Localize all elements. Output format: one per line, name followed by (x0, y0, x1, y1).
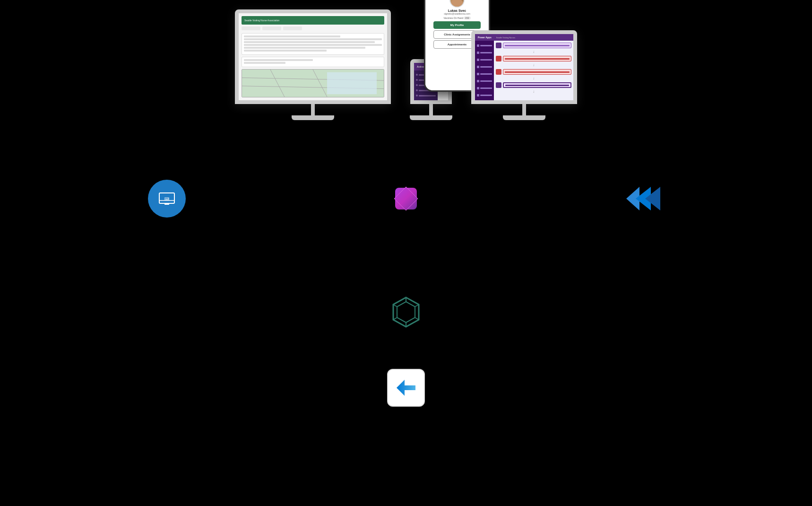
code-symbol: ⌨ (164, 194, 170, 204)
chatbots-nav-icon (477, 87, 479, 89)
left-text-4 (244, 47, 365, 49)
right-monitor-stand (503, 104, 545, 120)
flow-arrow-1: ↓ (533, 50, 535, 54)
flow-box-4[interactable] (503, 82, 571, 88)
code-icon-item: ⌨ (148, 180, 186, 218)
right-stand-base (503, 115, 545, 120)
left-text-3 (244, 44, 382, 46)
my-profile-button[interactable]: My Profile (433, 21, 481, 29)
user-name: Lukas Svec (448, 9, 466, 12)
left-nav-bar (242, 26, 384, 30)
flow-text-1 (505, 45, 570, 46)
data-nav-icon (477, 73, 479, 75)
monitor-right: Power Apps Seattle Visiting Nurses (471, 30, 577, 120)
left-text-2 (244, 41, 375, 43)
powerapps-subtitle: Seattle Visiting Nurses (496, 36, 515, 39)
left-map (242, 69, 384, 97)
left-org-name: Seattle Visiting Nurse Association (244, 19, 279, 22)
dataverse-icon-item (387, 293, 425, 331)
user-email: signetic@seattlevna.com (444, 12, 470, 15)
left-text-6 (244, 59, 313, 61)
svg-marker-26 (397, 380, 415, 396)
monitor-left: Seattle Visiting Nurse Association (235, 9, 391, 120)
tech-icons-row2 (0, 293, 812, 331)
flow-item-3 (496, 69, 571, 75)
pa-nav-ai-builder[interactable] (476, 92, 493, 98)
pa-nav-create[interactable] (476, 63, 493, 70)
svg-rect-5 (327, 72, 377, 94)
create-nav-icon (477, 66, 479, 68)
svg-marker-19 (397, 302, 415, 323)
powerapps-icon-item (387, 180, 425, 218)
ai-builder-nav-icon (477, 94, 479, 96)
mid-stand-neck (429, 104, 433, 115)
left-nav-2[interactable] (262, 26, 281, 30)
vaccines-badge: 152 (464, 17, 470, 19)
flow-container: ↓ ↓ (496, 43, 571, 94)
svg-point-7 (450, 0, 464, 7)
flow-text-3 (505, 71, 570, 73)
flow-item-1 (496, 43, 571, 48)
flow-icon-2 (496, 56, 501, 61)
sidebar-dot-2 (416, 79, 418, 81)
automate-svg (626, 184, 664, 213)
flow-text-4 (505, 85, 569, 86)
flow-arrow-4: ↓ (533, 90, 535, 94)
left-nav-3[interactable] (283, 26, 302, 30)
create-nav-text (480, 66, 492, 68)
learn-nav-text (480, 52, 492, 53)
left-stand-neck (311, 104, 315, 115)
flow-box-1[interactable] (503, 43, 571, 48)
chatbots-nav-text (480, 87, 492, 89)
left-nav-1[interactable] (242, 26, 260, 30)
flow-text-2 (505, 58, 570, 60)
sidebar-dot-3 (416, 84, 418, 86)
powerapps-title: Power Apps (478, 36, 492, 39)
flow-box-2[interactable] (503, 56, 571, 61)
power-apps-icon[interactable] (387, 180, 425, 218)
left-content-article (242, 33, 384, 55)
monitors-row: Seattle Visiting Nurse Association (0, 9, 812, 120)
pa-nav-flows[interactable] (476, 78, 493, 84)
left-text-title (244, 35, 340, 37)
sidebar-item-5[interactable] (415, 93, 437, 98)
user-avatar (449, 0, 465, 8)
right-stand-neck (522, 104, 526, 115)
dataverse-icon[interactable] (387, 293, 425, 331)
flow-icon-1 (496, 43, 501, 48)
monitor-left-screen: Seattle Visiting Nurse Association (235, 9, 391, 104)
sidebar-text-5 (419, 95, 436, 96)
sidebar-dot-1 (416, 74, 418, 76)
powerapps-flow-main: ↓ ↓ (494, 41, 573, 100)
flow-icon-3 (496, 69, 501, 75)
pa-nav-chatbots[interactable] (476, 85, 493, 91)
pa-nav-learn[interactable] (476, 49, 493, 56)
mid-stand-base (410, 115, 452, 120)
avatar-svg (450, 0, 464, 7)
power-automate-icon[interactable] (626, 180, 664, 218)
map-svg (242, 70, 384, 97)
flows-nav-text (480, 80, 492, 82)
powerapps-svg (389, 182, 423, 215)
pa-nav-data[interactable] (476, 70, 493, 77)
apps-nav-icon (477, 59, 479, 61)
pa-nav-home[interactable] (476, 42, 493, 49)
powerapps-nav (475, 41, 494, 100)
flow-icon-4 (496, 82, 501, 88)
home-nav-icon (477, 44, 479, 47)
vaccines-label: Vaccines On Hand (443, 17, 463, 19)
svg-rect-11 (164, 203, 169, 205)
monitor-right-screen: Power Apps Seattle Visiting Nurses (471, 30, 577, 104)
flow-item-2 (496, 56, 571, 61)
right-screen-content: Power Apps Seattle Visiting Nurses (475, 34, 573, 100)
flow-arrow-2: ↓ (533, 63, 535, 67)
ai-builder-nav-text (480, 95, 492, 96)
dataverse-svg (389, 296, 423, 329)
left-content-section2 (242, 57, 384, 67)
custom-code-icon[interactable]: ⌨ (148, 180, 186, 218)
flow-box-3[interactable] (503, 69, 571, 75)
tech-icons-row1: ⌨ (0, 180, 812, 218)
pa-nav-apps[interactable] (476, 56, 493, 63)
power-automate-icon-item (626, 180, 664, 218)
azure-devops-icon[interactable] (387, 369, 425, 407)
